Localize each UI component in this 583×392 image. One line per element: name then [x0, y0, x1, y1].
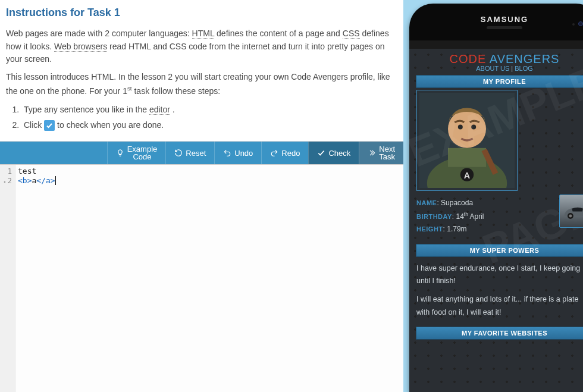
- label-birthday: BIRTHDAY: [416, 213, 452, 220]
- phone-preview: SAMSUNG EXAMPLE PAGE CODE AVENGERS ABOUT…: [409, 4, 583, 392]
- term-editor[interactable]: editor: [149, 105, 170, 115]
- code-editor[interactable]: 1 2 test <b>a</a>: [0, 164, 403, 392]
- camera-icon: [578, 21, 583, 26]
- instructions-title: Instructions for Task 1: [6, 5, 397, 21]
- redo-icon: [270, 149, 278, 157]
- nav-blog[interactable]: BLOG: [515, 65, 533, 72]
- section-favorite-websites: MY FAVORITE WEBSITES: [416, 327, 583, 339]
- undo-button[interactable]: Undo: [214, 142, 261, 164]
- editor-content[interactable]: test <b>a</a>: [15, 165, 403, 392]
- left-panel: Instructions for Task 1 Web pages are ma…: [0, 0, 403, 392]
- label-height: HEIGHT: [416, 225, 443, 233]
- section-my-profile: MY PROFILE: [416, 76, 583, 87]
- svg-rect-2: [448, 148, 486, 167]
- label-name: NAME: [416, 199, 437, 206]
- check-button[interactable]: Check: [308, 142, 359, 164]
- power-desc-1: I have super endurance, once I start, I …: [416, 262, 583, 288]
- vehicle-thumbnail: [559, 195, 583, 228]
- instructions-paragraph-1: Web pages are made with 2 computer langu…: [6, 27, 397, 66]
- reset-button[interactable]: Reset: [165, 142, 214, 164]
- avatar-icon: A: [419, 93, 515, 188]
- speaker-icon: [487, 26, 522, 29]
- step-2: Click to check when you are done.: [21, 119, 397, 132]
- term-html[interactable]: HTML: [192, 29, 215, 39]
- text-cursor: [55, 176, 56, 185]
- term-web-browsers[interactable]: Web browsers: [54, 42, 107, 52]
- lightbulb-icon: [116, 149, 124, 157]
- sensor-icon: [572, 23, 575, 26]
- power-desc-2: I will eat anything and lots of it... if…: [416, 293, 583, 319]
- svg-point-4: [458, 125, 463, 130]
- svg-point-5: [471, 125, 476, 130]
- car-icon: [562, 201, 583, 221]
- step-1: Type any sentence you like in the editor…: [21, 104, 397, 117]
- editor-gutter: 1 2: [0, 165, 15, 392]
- next-task-button[interactable]: NextTask: [359, 142, 403, 164]
- site-logo: CODE AVENGERS: [416, 52, 583, 66]
- instructions-steps: Type any sentence you like in the editor…: [21, 104, 397, 131]
- svg-point-3: [448, 110, 486, 148]
- reset-icon: [174, 149, 183, 157]
- value-height: : 1.79m: [443, 225, 467, 233]
- term-css[interactable]: CSS: [343, 29, 360, 39]
- redo-button[interactable]: Redo: [261, 142, 308, 164]
- next-icon: [368, 149, 376, 157]
- phone-statusbar: [409, 40, 583, 49]
- editor-toolbar: ExampleCode Reset Undo Redo Check NextTa…: [0, 142, 403, 164]
- phone-screen: EXAMPLE PAGE CODE AVENGERS ABOUT US | BL…: [409, 49, 583, 392]
- instructions-paragraph-2: This lesson introduces HTML. In the less…: [6, 71, 397, 98]
- value-name: : Supacoda: [437, 199, 473, 207]
- undo-icon: [223, 149, 231, 157]
- phone-brand: SAMSUNG: [481, 15, 528, 24]
- nav-about[interactable]: ABOUT US: [476, 65, 509, 72]
- example-code-button[interactable]: ExampleCode: [107, 142, 166, 164]
- svg-text:A: A: [464, 171, 471, 180]
- section-super-powers: MY SUPER POWERS: [416, 244, 583, 256]
- svg-point-9: [569, 215, 572, 218]
- checkmark-icon: [317, 149, 325, 157]
- check-icon: [44, 120, 55, 131]
- profile-fields: NAME: Supacoda BIRTHDAY: 14th April HEIG…: [416, 197, 583, 236]
- phone-bezel-top: SAMSUNG: [409, 4, 583, 40]
- instructions-pane: Instructions for Task 1 Web pages are ma…: [0, 0, 403, 142]
- avatar: A: [416, 90, 518, 191]
